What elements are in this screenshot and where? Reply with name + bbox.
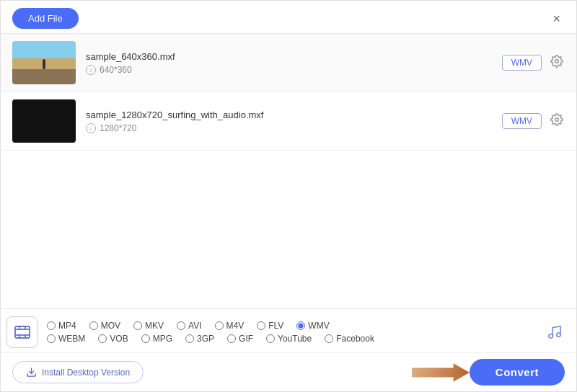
file-info-2: sample_1280x720_surfing_with_audio.mxf i… <box>86 110 502 133</box>
svg-point-9 <box>549 334 553 339</box>
info-icon-1[interactable]: i <box>86 65 96 75</box>
radio-mkv[interactable]: MKV <box>133 321 164 331</box>
radio-flv[interactable]: FLV <box>257 321 283 331</box>
film-icon <box>14 324 31 341</box>
file-item-1: sample_640x360.mxf i 640*360 WMV <box>1 34 576 92</box>
thumbnail-2 <box>12 99 76 143</box>
header: Add File × <box>1 1 576 34</box>
radio-input-flv[interactable] <box>257 321 265 330</box>
file-actions-1: WMV <box>502 53 565 73</box>
thumbnail-beach-image <box>12 41 76 84</box>
radio-input-3gp[interactable] <box>185 334 194 343</box>
svg-marker-12 <box>412 363 470 382</box>
radio-input-mkv[interactable] <box>133 321 142 330</box>
radio-avi[interactable]: AVI <box>177 321 201 331</box>
radio-gif[interactable]: GIF <box>227 334 253 344</box>
radio-mp4[interactable]: MP4 <box>47 321 76 331</box>
radio-input-wmv[interactable] <box>296 321 305 330</box>
file-name-2: sample_1280x720_surfing_with_audio.mxf <box>86 110 502 120</box>
bottom-toolbar: MP4 MOV MKV AVI M4V FLV <box>1 308 576 391</box>
radio-input-vob[interactable] <box>98 334 107 343</box>
radio-input-avi[interactable] <box>177 321 185 330</box>
radio-webm[interactable]: WEBM <box>47 334 85 344</box>
radio-input-mp4[interactable] <box>47 321 56 330</box>
radio-vob[interactable]: VOB <box>98 334 128 344</box>
radio-mpg[interactable]: MPG <box>141 334 172 344</box>
settings-button-1[interactable] <box>549 53 565 73</box>
file-resolution-1: 640*360 <box>100 65 132 75</box>
download-icon <box>26 367 37 378</box>
radio-wmv[interactable]: WMV <box>296 321 329 331</box>
radio-mov[interactable]: MOV <box>89 321 120 331</box>
svg-point-10 <box>557 333 561 337</box>
file-meta-2: i 1280*720 <box>86 123 502 133</box>
thumbnail-1 <box>12 41 76 84</box>
video-format-icon-box[interactable] <box>6 316 38 348</box>
gear-icon-2 <box>550 113 563 126</box>
close-button[interactable]: × <box>548 11 565 27</box>
thumbnail-black-image <box>12 99 76 143</box>
action-bar: Install Desktop Version Convert <box>1 353 576 391</box>
radio-input-youtube[interactable] <box>266 334 275 343</box>
radio-youtube[interactable]: YouTube <box>266 334 312 344</box>
radio-input-webm[interactable] <box>47 334 56 343</box>
install-label: Install Desktop Version <box>42 368 130 378</box>
add-file-button[interactable]: Add File <box>12 8 79 29</box>
radio-input-gif[interactable] <box>227 334 236 343</box>
radio-facebook[interactable]: Facebook <box>325 334 374 344</box>
file-resolution-2: 1280*720 <box>100 123 136 133</box>
format-badge-2[interactable]: WMV <box>502 113 542 129</box>
radio-input-m4v[interactable] <box>215 321 224 330</box>
file-item-2: sample_1280x720_surfing_with_audio.mxf i… <box>1 92 576 151</box>
file-name-1: sample_640x360.mxf <box>86 51 502 62</box>
file-list: sample_640x360.mxf i 640*360 WMV <box>1 34 576 308</box>
radio-input-mpg[interactable] <box>141 334 150 343</box>
radio-3gp[interactable]: 3GP <box>185 334 214 344</box>
format-options: MP4 MOV MKV AVI M4V FLV <box>47 321 533 344</box>
format-row-2: WEBM VOB MPG 3GP GIF YouT <box>47 334 533 344</box>
format-badge-1[interactable]: WMV <box>502 55 542 71</box>
app-container: Add File × sample_640x360.mxf i 640*360 … <box>0 0 577 392</box>
format-selector: MP4 MOV MKV AVI M4V FLV <box>1 309 576 353</box>
radio-input-facebook[interactable] <box>325 334 333 343</box>
svg-point-1 <box>555 117 559 121</box>
file-meta-1: i 640*360 <box>86 65 502 75</box>
music-icon <box>547 324 563 340</box>
file-actions-2: WMV <box>502 112 565 131</box>
arrow-convert-wrap: Convert <box>412 359 565 386</box>
gear-icon-1 <box>550 55 563 68</box>
arrow-icon <box>412 360 470 386</box>
install-desktop-button[interactable]: Install Desktop Version <box>12 361 144 383</box>
format-row-1: MP4 MOV MKV AVI M4V FLV <box>47 321 533 331</box>
info-icon-2[interactable]: i <box>86 123 96 133</box>
music-icon-box[interactable] <box>539 316 571 348</box>
radio-input-mov[interactable] <box>89 321 98 330</box>
svg-point-0 <box>555 59 559 63</box>
svg-rect-2 <box>15 326 30 338</box>
radio-m4v[interactable]: M4V <box>215 321 245 331</box>
settings-button-2[interactable] <box>549 112 565 131</box>
convert-button[interactable]: Convert <box>470 359 565 386</box>
file-info-1: sample_640x360.mxf i 640*360 <box>86 51 502 75</box>
